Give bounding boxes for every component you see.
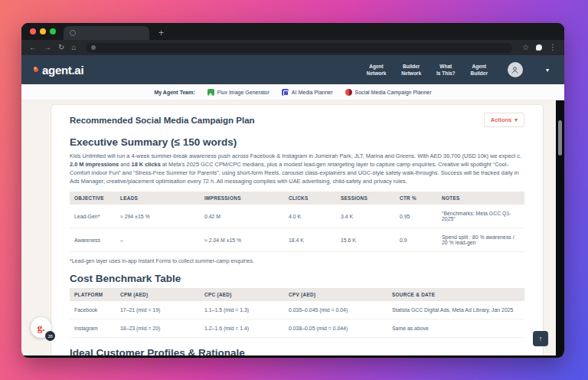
nav-label-line: Network: [401, 70, 421, 77]
summary-bold-impressions: 2.0 M impressions: [70, 161, 119, 168]
cell: 17–21 (mid = 19): [117, 301, 201, 319]
cell: 1.2–1.6 (mid = 1.4): [201, 319, 286, 338]
cell: 4.0 K: [286, 205, 338, 228]
bookmark-star-icon[interactable]: ☆: [522, 44, 529, 51]
forward-icon[interactable]: →: [44, 44, 51, 51]
cell: 0.95: [397, 205, 439, 228]
nav-label-line: Network: [367, 70, 387, 77]
site-nav: Agent Network Builder Network What Is Th…: [367, 62, 549, 77]
table-row: Awareness – ≈ 2.04 M ±15 % 18.4 K 15.6 K…: [70, 228, 524, 252]
cell: Spend split : 80 % awareness / 20 % lead…: [439, 228, 524, 252]
column-header: CTR %: [397, 192, 439, 205]
ai-media-planner-icon: [282, 89, 289, 96]
column-header: Source & Date: [389, 288, 524, 301]
agent-chip-label: Social Media Campaign Planner: [355, 90, 432, 95]
browser-tab[interactable]: [64, 26, 149, 40]
address-input[interactable]: [86, 43, 512, 53]
maximize-window-button[interactable]: [50, 28, 56, 34]
home-icon[interactable]: ⌂: [71, 44, 76, 51]
summary-text: and: [119, 161, 131, 168]
grammarly-suggestion-count: 28: [45, 331, 55, 341]
cell: 15.6 K: [338, 228, 397, 252]
cell: 0.038–0.05 (mid = 0.044): [286, 319, 389, 338]
user-avatar[interactable]: [508, 62, 523, 77]
close-window-button[interactable]: [30, 28, 36, 34]
column-header: Impressions: [201, 192, 286, 205]
chevron-down-icon: ▾: [514, 116, 518, 123]
nav-label-line: Builder: [401, 63, 421, 70]
exec-summary-heading: Executive Summary (≤ 150 words): [70, 136, 524, 148]
cell: 1.1–1.5 (mid = 1.3): [201, 301, 286, 319]
agent-ai-logo[interactable]: agent.ai: [34, 64, 83, 77]
browser-address-bar: ← → ↻ ⌂ ☆ ⋮: [21, 40, 564, 55]
extension-icon[interactable]: [536, 44, 542, 51]
grammarly-badge[interactable]: g. 28: [31, 317, 51, 338]
table-row: Lead-Gen* ≈ 294 ±15 % 0.42 M 4.0 K 3.4 K…: [70, 205, 524, 228]
grammarly-logo-icon: g.: [38, 322, 45, 334]
page-content: Recommended Social Media Campaign Plan A…: [21, 100, 564, 355]
agent-ai-logo-icon: [34, 67, 38, 72]
cell: –: [117, 228, 201, 252]
actions-button[interactable]: Actions ▾: [484, 113, 524, 127]
account-caret-icon[interactable]: ▾: [546, 67, 549, 74]
site-header: agent.ai Agent Network Builder Network W…: [21, 55, 564, 84]
column-header: Notes: [439, 192, 524, 205]
nav-item-what-is-this[interactable]: What Is This?: [436, 63, 456, 77]
cell: ≈ 294 ±15 %: [117, 205, 201, 228]
nav-item-agent-builder[interactable]: Agent Builder: [471, 63, 488, 77]
person-icon: [511, 66, 519, 74]
cell: Awareness: [70, 228, 117, 252]
table-footnote: *Lead-gen layer uses in-app Instant Form…: [70, 258, 524, 264]
cell: Instagram: [70, 319, 117, 338]
cell: Statista GCC Digital Ads, Meta Ad Librar…: [389, 301, 524, 319]
forecast-table: Objective Leads Impressions Clicks Sessi…: [70, 192, 524, 252]
scrollbar[interactable]: [556, 100, 564, 355]
cell: 0.42 M: [201, 205, 286, 228]
logo-text: agent.ai: [42, 64, 83, 77]
scrollbar-thumb[interactable]: [558, 120, 562, 156]
table-header-row: Platform CPM (AED) CPC (AED) CPV (AED) S…: [70, 288, 524, 301]
site-favicon-icon: [91, 45, 96, 50]
browser-window: + ← → ↻ ⌂ ☆ ⋮ agent.ai Agent Network: [21, 23, 564, 358]
scroll-to-top-button[interactable]: ↑: [533, 331, 548, 346]
agent-chip-label: Flux Image Generator: [217, 90, 270, 95]
nav-label-line: What: [436, 63, 456, 70]
flux-image-generator-icon: [207, 89, 214, 96]
cost-benchmark-table: Platform CPM (AED) CPC (AED) CPV (AED) S…: [70, 288, 524, 338]
nav-label-line: Agent: [471, 63, 488, 70]
column-header: Clicks: [286, 192, 338, 205]
minimize-window-button[interactable]: [40, 28, 46, 34]
agent-chip-social-media-campaign-planner[interactable]: Social Media Campaign Planner: [345, 89, 432, 96]
nav-label-line: Builder: [471, 70, 488, 77]
exec-summary-paragraph: Kids Unlimited will run a 4-week summer-…: [70, 152, 524, 185]
browser-menu-icon[interactable]: ⋮: [549, 44, 557, 51]
column-header: Objective: [70, 192, 117, 205]
summary-bold-clicks: 18 K clicks: [132, 161, 161, 168]
browser-tab-bar: +: [21, 23, 564, 40]
cell: Same as above: [389, 319, 524, 338]
cell: Lead-Gen*: [70, 205, 117, 228]
summary-text: Kids Unlimited will run a 4-week summer-…: [70, 152, 521, 159]
column-header: CPM (AED): [117, 288, 201, 301]
team-label: My Agent Team:: [154, 90, 194, 95]
agent-chip-flux-image-generator[interactable]: Flux Image Generator: [207, 89, 270, 96]
nav-label-line: Is This?: [436, 70, 456, 77]
column-header: Leads: [117, 192, 201, 205]
column-header: CPC (AED): [201, 288, 286, 301]
cell: 0.9: [397, 228, 439, 252]
table-row: Facebook 17–21 (mid = 19) 1.1–1.5 (mid =…: [70, 301, 524, 319]
agent-team-bar: My Agent Team: Flux Image Generator AI M…: [21, 84, 564, 100]
reload-icon[interactable]: ↻: [58, 44, 64, 51]
nav-item-agent-network[interactable]: Agent Network: [367, 63, 387, 77]
column-header: Platform: [70, 288, 117, 301]
cell: 18.4 K: [286, 228, 338, 252]
cell: 3.4 K: [338, 205, 397, 228]
cell: ≈ 2.04 M ±15 %: [201, 228, 286, 252]
table-row: Instagram 18–23 (mid = 20) 1.2–1.6 (mid …: [70, 319, 524, 338]
nav-item-builder-network[interactable]: Builder Network: [401, 63, 421, 77]
new-tab-button[interactable]: +: [158, 26, 164, 40]
window-controls: [21, 23, 64, 40]
back-icon[interactable]: ←: [29, 44, 37, 51]
agent-chip-ai-media-planner[interactable]: AI Media Planner: [282, 89, 333, 96]
cell: 0.035–0.045 (mid = 0.04): [286, 301, 389, 319]
